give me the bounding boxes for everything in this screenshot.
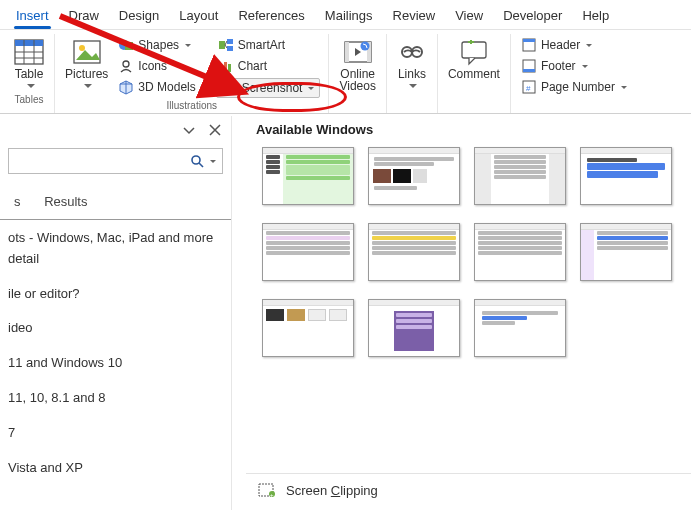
link-icon <box>397 38 427 66</box>
smartart-button[interactable]: SmartArt <box>216 36 321 54</box>
video-icon <box>343 38 373 66</box>
window-thumb[interactable] <box>262 299 354 357</box>
tab-draw[interactable]: Draw <box>59 4 109 29</box>
tab-references[interactable]: References <box>228 4 314 29</box>
shapes-button[interactable]: Shapes <box>116 36 209 54</box>
group-tables: Table Tables <box>4 34 55 113</box>
window-thumb[interactable] <box>368 147 460 205</box>
3d-models-button[interactable]: 3D Models <box>116 78 209 96</box>
window-thumb[interactable] <box>262 147 354 205</box>
screenshot-button[interactable]: Screenshot <box>216 78 321 98</box>
tab-view[interactable]: View <box>445 4 493 29</box>
footer-label: Footer <box>541 59 576 73</box>
header-button[interactable]: Header <box>519 36 629 54</box>
side-results: ots - Windows, Mac, iPad and moredetail … <box>0 226 231 494</box>
svg-text:+: + <box>270 492 274 498</box>
result-line[interactable]: 11 and Windows 10 <box>8 353 223 374</box>
shapes-label: Shapes <box>138 38 179 52</box>
svg-rect-1 <box>15 40 43 46</box>
group-illustrations-label: Illustrations <box>166 100 217 111</box>
result-line[interactable]: detail <box>8 251 39 266</box>
tab-developer[interactable]: Developer <box>493 4 572 29</box>
screen-clipping-item[interactable]: + Screen Clipping <box>246 473 691 506</box>
svg-rect-28 <box>462 42 486 58</box>
shapes-icon <box>118 37 134 53</box>
clipping-label-pre: Screen <box>286 483 331 498</box>
tab-review[interactable]: Review <box>383 4 446 29</box>
icons-button[interactable]: Icons <box>116 57 209 75</box>
tab-mailings[interactable]: Mailings <box>315 4 383 29</box>
tab-insert[interactable]: Insert <box>6 4 59 29</box>
online-videos-button[interactable]: Online Videos <box>337 36 377 94</box>
svg-rect-9 <box>125 42 133 50</box>
side-tab-results[interactable]: Results <box>34 188 97 215</box>
chart-button[interactable]: Chart <box>216 57 321 75</box>
side-tab-1[interactable]: s <box>4 188 31 215</box>
cube-icon <box>118 79 134 95</box>
result-line[interactable]: ile or editor? <box>8 284 223 305</box>
comment-icon <box>459 38 489 66</box>
close-icon[interactable] <box>207 122 223 138</box>
clipping-label-underline: C <box>331 483 340 498</box>
header-label: Header <box>541 38 580 52</box>
result-line[interactable]: 11, 10, 8.1 and 8 <box>8 388 223 409</box>
tab-design[interactable]: Design <box>109 4 169 29</box>
svg-rect-16 <box>220 66 223 72</box>
window-thumb[interactable] <box>580 223 672 281</box>
ribbon-tabs: Insert Draw Design Layout References Mai… <box>0 0 691 29</box>
svg-text:#: # <box>526 84 531 93</box>
window-thumb[interactable] <box>580 147 672 205</box>
table-label: Table <box>15 68 44 80</box>
svg-rect-13 <box>227 46 233 51</box>
svg-point-25 <box>360 42 369 51</box>
window-thumb[interactable] <box>368 299 460 357</box>
navigation-pane: s Results ots - Windows, Mac, iPad and m… <box>0 116 232 510</box>
dropdown-title: Available Windows <box>246 116 691 145</box>
window-thumb[interactable] <box>368 223 460 281</box>
window-thumb[interactable] <box>474 299 566 357</box>
footer-icon <box>521 58 537 74</box>
clipping-label-post: lipping <box>340 483 378 498</box>
group-links: Links <box>387 34 438 113</box>
svg-point-10 <box>123 61 129 67</box>
window-thumb[interactable] <box>474 223 566 281</box>
svg-rect-17 <box>224 62 227 72</box>
smartart-icon <box>218 37 234 53</box>
window-thumb[interactable] <box>262 223 354 281</box>
pictures-label: Pictures <box>65 68 108 80</box>
page-number-button[interactable]: # Page Number <box>519 78 629 96</box>
result-line[interactable]: 7 <box>8 423 223 444</box>
search-input[interactable] <box>8 148 223 174</box>
comment-button[interactable]: Comment <box>446 36 502 82</box>
svg-rect-34 <box>523 69 535 72</box>
result-line[interactable]: ideo <box>8 318 223 339</box>
chevron-down-icon[interactable] <box>181 122 197 138</box>
chart-label: Chart <box>238 59 267 73</box>
comment-label: Comment <box>448 68 500 80</box>
group-header-footer: Header Footer # Page Number <box>511 34 637 113</box>
window-thumb[interactable] <box>474 147 566 205</box>
search-icon <box>190 154 204 168</box>
links-button[interactable]: Links <box>395 36 429 92</box>
svg-rect-18 <box>228 64 231 72</box>
group-media: Online Videos <box>329 34 386 113</box>
ribbon: Table Tables Pictures Shapes Icons <box>0 29 691 114</box>
pictures-button[interactable]: Pictures <box>63 36 110 92</box>
search-dropdown-icon[interactable] <box>208 154 216 168</box>
page-number-icon: # <box>521 79 537 95</box>
icons-icon <box>118 58 134 74</box>
icons-label: Icons <box>138 59 167 73</box>
tab-layout[interactable]: Layout <box>169 4 228 29</box>
svg-rect-20 <box>227 82 231 85</box>
table-button[interactable]: Table <box>12 36 46 92</box>
svg-line-15 <box>225 45 227 48</box>
svg-rect-32 <box>523 39 535 42</box>
page-number-label: Page Number <box>541 80 615 94</box>
tab-help[interactable]: Help <box>572 4 619 29</box>
footer-button[interactable]: Footer <box>519 57 629 75</box>
header-icon <box>521 37 537 53</box>
clipping-icon: + <box>258 482 276 498</box>
result-line[interactable]: ots - Windows, Mac, iPad and more <box>8 230 213 245</box>
result-line[interactable]: Vista and XP <box>8 458 223 479</box>
group-comments: Comment <box>438 34 511 113</box>
